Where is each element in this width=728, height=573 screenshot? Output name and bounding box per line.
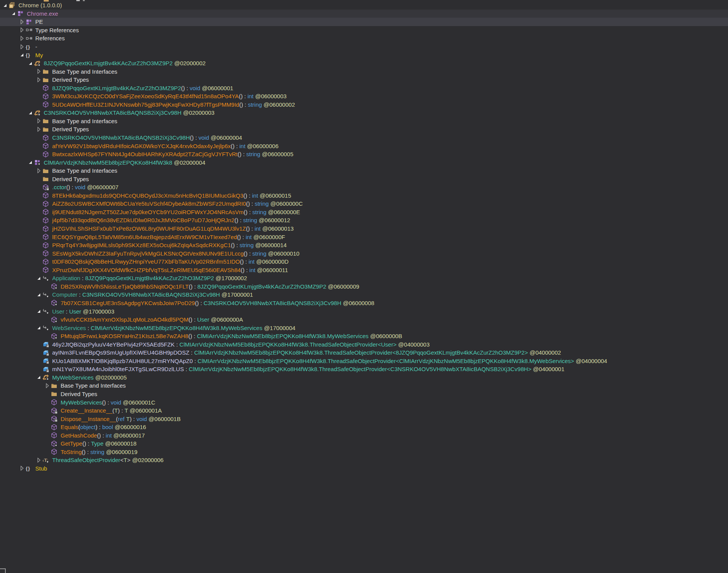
tree-item-derived-types[interactable]: Derived Types [0,175,728,183]
tree-item-field[interactable]: mN1Yw7X8UMA4nJoibhl0teFJXTgSLwCR9DzlLUS … [0,365,728,373]
tree-item-class[interactable]: C3NSRKO4OV5VH8NwbXTA8icBAQNSB2iXj3Cv98H … [0,109,728,117]
tree-item-constructor[interactable]: MyWebServices() : void @0600001C [0,398,728,406]
tree-item-method[interactable]: jHZGVIhLShSHSFx0ubTxPe8zOW6L8ry0WUHF80rD… [0,225,728,233]
tree-item-base-type-and-interfaces[interactable]: Base Type and Interfaces [0,381,728,390]
tree-item-label: int [249,267,255,273]
tree-item-method[interactable]: 3WlM3cuJKrKCQzCO0dYSaFjZeeXoeoSdKyRqE43t… [0,92,728,101]
collapse-chevron-icon[interactable] [35,308,42,315]
collapse-chevron-icon[interactable] [35,324,42,331]
tree-item-base-type-and-interfaces[interactable]: Base Type and Interfaces [0,67,728,76]
expand-chevron-icon[interactable] [18,43,25,50]
tree-item-nested-class-mywebservices[interactable]: MyWebServices @02000005 [0,373,728,382]
tree-item-field[interactable]: ayINm3FLvnEBpQs9SmUgUpfIXiWEU4GBH9pDOSZ … [0,348,728,357]
collapse-chevron-icon[interactable] [35,374,42,381]
tree-item-method[interactable]: SEsWgX5kvDWhIZZ3IaFyuTnRpvjVkMgGLKSNcQGt… [0,249,728,258]
tree-item-derived-types[interactable]: Derived Types [0,125,728,134]
collapse-chevron-icon[interactable] [26,60,34,67]
tree-item-static-constructor[interactable]: .cctor() : void @06000007 [0,183,728,192]
tree-item-static-class[interactable]: ClMIArrVdzjKNbzNwM5Eb8bjzEPQKKo8H4fW3k8 … [0,158,728,167]
method-icon [42,93,50,100]
tree-item-base-type-and-interfaces[interactable]: Base Type and Interfaces [0,167,728,175]
tree-item-property-user[interactable]: User : User @17000003 [0,307,728,315]
tree-item-method[interactable]: AiZZ8o2USWBCXMfOWt6bCUaYe5tuVSchf4DybeAk… [0,200,728,208]
collapse-chevron-icon[interactable] [1,2,8,9]
tree-item-derived-types[interactable]: Derived Types [0,390,728,398]
tree-item-references[interactable]: References [0,34,728,43]
tree-item-label: string [243,217,257,223]
tree-item-field[interactable]: 46y2JtQBi2qzPyluuV4eYBePivj4zPX5AEd5FZK … [0,340,728,348]
tree-item-type-references[interactable]: Type References [0,26,728,35]
expand-chevron-icon[interactable] [35,76,42,83]
expander-spacer [35,366,42,373]
expander-spacer [35,349,42,356]
method-heart-icon [51,440,59,447]
tree-item-constructor[interactable]: C3NSRKO4OV5VH8NwbXTA8icBAQNSB2iXj3Cv98H(… [0,134,728,142]
tree-item-field[interactable]: KUo1ABBXMKTIOBKjqBpzb7AUH8UL27mRYNQApZ0 … [0,357,728,365]
collapse-chevron-icon[interactable] [35,275,42,282]
tree-item-property-computer[interactable]: Computer : C3NSRKO4OV5VH8NwbXTA8icBAQNSB… [0,291,728,299]
tree-item-getter-method[interactable]: 7b07XCSB1CegUE3nSsAgdpgYKCwsbJoiw7PoD29(… [0,299,728,307]
method-icon [42,258,50,265]
tree-item-base-type-and-interfaces[interactable]: Base Type and Interfaces [0,117,728,125]
expand-chevron-icon[interactable] [18,465,25,472]
tree-item-property-webservices[interactable]: WebServices : ClMIArrVdzjKNbzNwM5Eb8bjzE… [0,324,728,332]
expand-chevron-icon[interactable] [18,35,25,42]
collapse-chevron-icon[interactable] [10,10,17,17]
tree-item-label: ij9UENdut82NJgemZT50ZJue7dp0keOYCb9YU2oi… [52,209,244,215]
tree-item-method[interactable]: GetType() : Type @06000018 [0,439,728,448]
expand-chevron-icon[interactable] [18,18,25,25]
expander-spacer [35,208,42,215]
expander-spacer [43,333,51,340]
tree-item-getter-method[interactable]: PMtujql3FrwxLkqKOSRYaHnZ1KIszL5Be7wZAH8(… [0,332,728,340]
tree-item-method[interactable]: ij9UENdut82NJgemZT50ZJue7dp0keOYCb9YU2oi… [0,208,728,216]
tree-item-method[interactable]: Dispose__Instance__(ref T) : void @06000… [0,414,728,423]
tree-item-module-chrome-exe[interactable]: Chrome.exe [0,10,728,18]
expand-chevron-icon[interactable] [35,457,42,464]
tree-item-derived-types[interactable]: Derived Types [0,76,728,84]
tree-item-assembly-chrome[interactable]: Chrome (1.0.0.0) [0,1,728,10]
tree-item-getter-method[interactable]: vfvuIvCCKt9AmYxnOXlspJLqMoLzoAO4kdl5PQM(… [0,315,728,324]
tree-item-label: string [240,242,254,248]
tree-item-getter-method[interactable]: DB25XRqWVlhSNissLeTjaQb89hbSNqitOQc1FLT(… [0,282,728,291]
tree-item-label: int [247,93,254,99]
tree-item-method[interactable]: afYeVW92V1btwpVdRduHIfoicAGK0WkoYCXJqK4r… [0,142,728,150]
tree-item-method[interactable]: Create__Instance__(T) : T @0600001A [0,406,728,415]
expander-spacer [35,357,42,364]
tree-item-label: () : [231,242,240,248]
tree-item-method[interactable]: t0DF802QBskjQ8bBeHLRwyyZHnpiYveU77XbFbTa… [0,258,728,266]
expand-chevron-icon[interactable] [35,68,42,75]
property-icon [42,324,50,331]
top-partial-row-fragment [44,0,49,2]
collapse-chevron-icon[interactable] [26,159,34,166]
expand-chevron-icon[interactable] [43,382,51,389]
collapse-chevron-icon[interactable] [35,291,42,298]
tree-item-empty-namespace[interactable]: {}- [0,43,728,51]
tree-item-namespace-stub[interactable]: {}Stub [0,464,728,473]
expand-chevron-icon[interactable] [35,117,42,124]
collapse-chevron-icon[interactable] [26,109,34,116]
tree-item-method[interactable]: Equals(object) : bool @06000016 [0,423,728,431]
tree-item-namespace-my[interactable]: {}My [0,51,728,59]
tree-item-label: string [252,250,267,257]
expand-chevron-icon[interactable] [18,26,25,33]
expand-chevron-icon[interactable] [35,126,42,133]
tree-item-class[interactable]: 8JZQ9PqqoGextKLmjgtBv4kKAcZurZ2hO3MZ9P2 … [0,59,728,68]
tree-item-generic-class[interactable]: ‹T›ThreadSafeObjectProvider<T> @02000006 [0,456,728,464]
svg-text:{}: {} [26,52,30,58]
tree-item-label: References [35,35,65,41]
tree-item-constructor[interactable]: 8JZQ9PqqoGextKLmjgtBv4kKAcZurZ2hO3MZ9P2(… [0,84,728,92]
tree-item-pe[interactable]: PE [0,18,728,26]
tree-item-method[interactable]: ToString() : string @06000019 [0,448,728,456]
tree-item-property-application[interactable]: Application : 8JZQ9PqqoGextKLmjgtBv4kKAc… [0,274,728,282]
expand-chevron-icon[interactable] [35,167,42,174]
tree-item-method[interactable]: 8TEkHk6abgxdmu1ds9QDHCcQUBOydJ3cXmu5nHcB… [0,192,728,200]
tree-item-method[interactable]: 5UDcAWOrHffEU3Z1INJVKNswbh75gj83PwjKxqFw… [0,101,728,109]
tree-item-method[interactable]: lEC6QSYgwQ8pL5TatVM85m6Ub4wzBqjepzdAtErx… [0,233,728,241]
tree-item-method[interactable]: BwtxcazlxWHSp67FYNNt4Jg4OubIHARhKyXRAdpt… [0,150,728,159]
expander-spacer [35,101,42,108]
tree-item-method[interactable]: XPruzDwNfJDgXKX4VOfdWfkCHZPbfVqT5sLZeRlM… [0,266,728,274]
collapse-chevron-icon[interactable] [18,51,25,58]
tree-item-method[interactable]: GetHashCode() : int @06000017 [0,431,728,439]
tree-item-method[interactable]: j4pf5b7d33qodBtQ6n38vEZDkUDlw0R0JxJtMVoC… [0,216,728,225]
tree-item-method[interactable]: PRqrTq4Y3w8jpgIMiLsls0ph9SKXz8EX5sOcuj6k… [0,241,728,249]
